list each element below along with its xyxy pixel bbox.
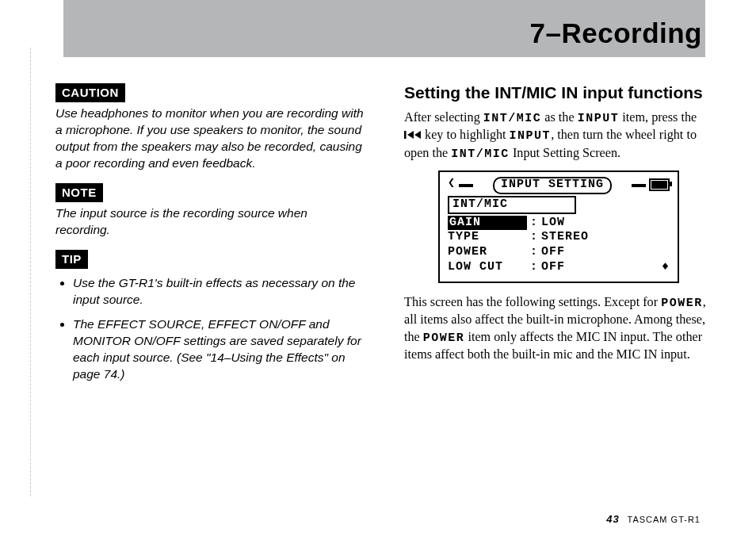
text: After selecting [404,110,483,125]
product-name: TASCAM GT-R1 [628,515,701,524]
caution-badge: CAUTION [55,83,125,102]
tip-item: The EFFECT SOURCE, EFFECT ON/OFF and MON… [73,316,365,383]
paragraph-1: After selecting INT/MIC as the INPUT ite… [404,109,713,163]
battery-icon [649,178,670,191]
lcd-title-row: ❮ INPUT SETTING [448,177,670,193]
lcd-row-colon: : [527,216,541,231]
text: Input Setting Screen. [510,146,620,160]
tip-list: Use the GT-R1's built-in effects as nece… [55,275,365,383]
svg-rect-0 [404,131,407,139]
lcd-subheader: INT/MIC [448,196,576,214]
page-margin-rule [30,48,31,496]
note-text: The input source is the recording source… [55,205,365,239]
lcd-row: TYPE:STEREO [448,230,670,245]
tip-block: TIP Use the GT-R1's built-in effects as … [55,250,365,383]
rewind-icon [404,130,422,140]
lcd-inline: POWER [423,331,465,345]
note-badge: NOTE [55,183,103,202]
lcd-inline: INT/MIC [451,147,510,161]
svg-marker-1 [407,131,414,139]
page-number: 43 [606,513,619,525]
section-title: Setting the INT/MIC IN input functions [404,83,713,102]
lcd-row: GAIN:LOW [448,216,670,231]
text: as the [541,110,577,125]
note-block: NOTE The input source is the recording s… [55,183,365,239]
updown-arrow-icon [659,230,670,245]
text: key to highlight [422,128,510,142]
lcd-row-label: GAIN [448,216,527,231]
updown-arrow-icon: ♦ [659,260,670,275]
page-footer: 43 TASCAM GT-R1 [606,513,701,525]
updown-arrow-icon [659,245,670,260]
lcd-row: POWER:OFF [448,245,670,260]
svg-marker-2 [414,131,421,139]
lcd-inline: POWER [661,297,703,310]
updown-arrow-icon [659,216,670,231]
lcd-row-colon: : [527,245,541,260]
lcd-row-colon: : [527,230,541,245]
lcd-row-label: POWER [448,245,527,260]
tip-badge: TIP [55,250,88,269]
lcd-inline: INPUT [510,129,552,143]
left-column: CAUTION Use headphones to monitor when y… [55,83,365,391]
lcd-row-colon: : [527,260,541,275]
text: item, press the [619,110,697,125]
lcd-inline: INT/MIC [483,112,542,125]
lcd-row-value: STEREO [541,230,659,245]
right-column: Setting the INT/MIC IN input functions A… [404,83,713,372]
tip-item: Use the GT-R1's built-in effects as nece… [73,275,365,308]
paragraph-2: This screen has the following settings. … [404,294,713,364]
lcd-row-label: LOW CUT [448,260,527,275]
lcd-inline: INPUT [578,112,620,125]
caution-text: Use headphones to monitor when you are r… [55,105,365,172]
text: This screen has the following settings. … [404,295,661,309]
lcd-row-value: LOW [541,216,659,231]
lcd-rows: GAIN:LOWTYPE:STEREOPOWER:OFFLOW CUT:OFF♦ [448,216,670,275]
lcd-title-text: INPUT SETTING [493,177,612,194]
lcd-row-value: OFF [541,260,659,275]
lcd-screen: ❮ INPUT SETTING INT/MIC GAIN:LOWTYPE:STE… [438,170,679,283]
chapter-title: 7–Recording [530,17,703,49]
lcd-row-label: TYPE [448,230,527,245]
lcd-left-arrow-icon: ❮ [448,177,456,192]
caution-block: CAUTION Use headphones to monitor when y… [55,83,365,172]
lcd-row-value: OFF [541,245,659,260]
lcd-row: LOW CUT:OFF♦ [448,260,670,275]
lcd-title-lozenge: INPUT SETTING [460,177,644,193]
